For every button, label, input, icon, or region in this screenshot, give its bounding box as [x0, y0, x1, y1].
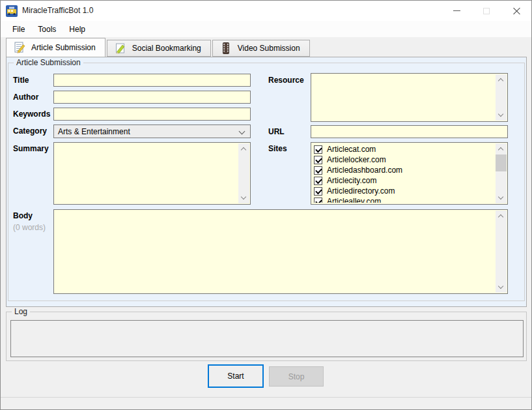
- tab-strip: Article Submission Social Bookmarking Vi…: [6, 38, 310, 57]
- menu-file[interactable]: File: [6, 22, 31, 37]
- note-pencil-icon: [114, 42, 127, 55]
- author-input[interactable]: [53, 91, 251, 104]
- url-label: URL: [268, 127, 285, 136]
- log-output[interactable]: [10, 320, 524, 357]
- maximize-button[interactable]: [471, 1, 501, 21]
- article-submission-group: Article Submission Title Author Keywords…: [8, 63, 525, 301]
- category-label: Category: [13, 126, 47, 136]
- scroll-down-icon[interactable]: [496, 110, 507, 121]
- category-selected-value: Arts & Entertainment: [58, 127, 130, 136]
- app-logo-icon: [6, 5, 18, 17]
- close-button[interactable]: [501, 1, 531, 21]
- scroll-up-icon[interactable]: [238, 143, 249, 154]
- title-label: Title: [13, 76, 29, 85]
- body-textarea[interactable]: [53, 209, 508, 294]
- sites-checked-list[interactable]: Articlecat.comArticlelocker.comArticleda…: [311, 142, 508, 205]
- site-name: Articledirectory.com: [327, 186, 395, 196]
- sites-list-items: Articlecat.comArticlelocker.comArticleda…: [313, 144, 495, 203]
- log-group-title: Log: [12, 307, 30, 316]
- tab-article-submission[interactable]: Article Submission: [6, 38, 105, 57]
- body-label: Body: [13, 211, 33, 220]
- stop-button: Stop: [269, 366, 324, 387]
- site-name: Articlecat.com: [327, 145, 376, 154]
- tab-video-submission[interactable]: Video Submission: [212, 40, 310, 57]
- scroll-up-icon[interactable]: [496, 143, 507, 154]
- tab-label: Video Submission: [238, 44, 300, 53]
- site-item[interactable]: Articledashboard.com: [313, 165, 495, 175]
- category-dropdown[interactable]: Arts & Entertainment: [53, 124, 251, 138]
- site-item[interactable]: Articlecity.com: [313, 175, 495, 186]
- checkbox-checked-icon[interactable]: [314, 145, 322, 154]
- minimize-icon: [453, 10, 460, 11]
- scroll-down-icon[interactable]: [238, 192, 249, 203]
- maximize-icon: [483, 8, 490, 14]
- menu-help[interactable]: Help: [63, 22, 92, 37]
- resource-textarea[interactable]: [311, 73, 508, 122]
- window-title: MiracleTrafficBot 1.0: [22, 6, 93, 15]
- site-item[interactable]: Articledirectory.com: [313, 186, 495, 196]
- scrollbar-thumb[interactable]: [496, 154, 507, 171]
- keywords-label: Keywords: [13, 110, 50, 119]
- tab-social-bookmarking[interactable]: Social Bookmarking: [107, 40, 211, 57]
- body-word-count: (0 words): [13, 223, 46, 232]
- site-name: Articlelocker.com: [327, 155, 386, 164]
- resource-label: Resource: [268, 76, 304, 85]
- status-strip: [1, 398, 531, 410]
- summary-scrollbar[interactable]: [238, 143, 249, 203]
- author-label: Author: [13, 93, 38, 102]
- sites-label: Sites: [268, 144, 287, 153]
- title-input[interactable]: [53, 74, 251, 87]
- start-button[interactable]: Start: [208, 364, 264, 388]
- summary-label: Summary: [13, 144, 49, 153]
- checkbox-checked-icon[interactable]: [314, 177, 322, 185]
- chevron-down-icon: [239, 128, 245, 135]
- checkbox-checked-icon[interactable]: [314, 166, 322, 175]
- film-strip-icon: [219, 42, 232, 55]
- site-name: Articledashboard.com: [327, 166, 402, 175]
- menu-tools[interactable]: Tools: [31, 22, 63, 37]
- groupbox-title: Article Submission: [14, 58, 83, 67]
- tab-label: Social Bookmarking: [132, 44, 201, 53]
- keywords-input[interactable]: [53, 108, 251, 121]
- title-bar[interactable]: MiracleTrafficBot 1.0: [1, 1, 531, 21]
- scroll-down-icon[interactable]: [496, 192, 507, 203]
- summary-textarea[interactable]: [53, 142, 251, 205]
- app-window: MiracleTrafficBot 1.0 File Tools Help Ar…: [0, 0, 532, 410]
- body-scrollbar[interactable]: [496, 211, 507, 293]
- site-item[interactable]: Articlealley.com: [313, 196, 495, 203]
- menu-bar: File Tools Help: [1, 21, 531, 37]
- article-submission-page: Article Submission Title Author Keywords…: [6, 57, 527, 307]
- scroll-up-icon[interactable]: [496, 74, 507, 85]
- checkbox-checked-icon[interactable]: [314, 198, 322, 203]
- document-pencil-icon: [13, 41, 26, 54]
- minimize-button[interactable]: [441, 1, 471, 21]
- checkbox-checked-icon[interactable]: [314, 156, 322, 164]
- url-input[interactable]: [311, 125, 508, 138]
- resource-scrollbar[interactable]: [496, 74, 507, 121]
- sites-scrollbar[interactable]: [496, 143, 507, 203]
- site-item[interactable]: Articlecat.com: [313, 144, 495, 154]
- site-name: Articlecity.com: [327, 176, 376, 185]
- site-name: Articlealley.com: [327, 197, 381, 203]
- site-item[interactable]: Articlelocker.com: [313, 154, 495, 165]
- log-group: Log: [6, 312, 527, 361]
- scroll-up-icon[interactable]: [496, 211, 507, 222]
- scroll-down-icon[interactable]: [496, 282, 507, 293]
- tab-label: Article Submission: [31, 43, 96, 52]
- checkbox-checked-icon[interactable]: [314, 187, 322, 196]
